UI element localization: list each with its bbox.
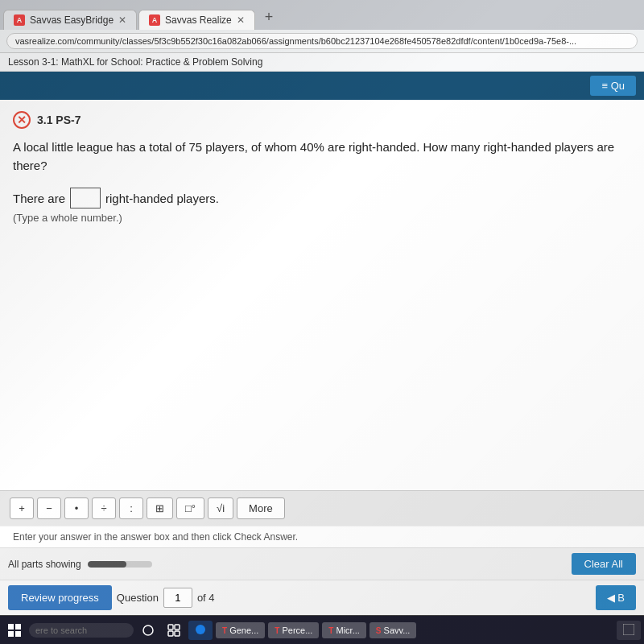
nav-bar: Review progress Question of 4 ◀ B xyxy=(0,580,644,615)
new-tab-button[interactable]: + xyxy=(257,5,282,30)
svg-rect-7 xyxy=(168,631,173,636)
question-header: ✕ 3.1 PS-7 xyxy=(13,111,631,129)
bottom-bar: All parts showing Clear All xyxy=(0,547,644,580)
question-label: 3.1 PS-7 xyxy=(37,114,80,126)
answer-line: There are right-handed players. xyxy=(13,188,631,208)
taskbar-app-micr[interactable]: T Micr... xyxy=(322,622,366,638)
math-toolbar: + − • ÷ : ⊞ □° √i More xyxy=(0,490,644,526)
math-btn-colon[interactable]: : xyxy=(119,497,143,519)
taskbar-task-view-icon[interactable] xyxy=(163,619,185,642)
tab-favicon-easybridge: A xyxy=(14,14,25,26)
address-bar: vasrealize.com/community/classes/5f3c9b5… xyxy=(0,30,644,53)
taskbar-app-edge[interactable] xyxy=(188,621,213,640)
review-progress-button[interactable]: Review progress xyxy=(8,585,112,610)
svg-rect-0 xyxy=(8,624,14,630)
svg-point-4 xyxy=(143,625,153,635)
hint-text: (Type a whole number.) xyxy=(13,212,631,224)
svg-rect-6 xyxy=(175,625,180,630)
tab-favicon-realize: A xyxy=(149,14,160,26)
breadcrumb-text: Lesson 3-1: MathXL for School: Practice … xyxy=(8,56,262,68)
taskbar-label-savv: Savv... xyxy=(384,625,411,635)
taskbar-app-perce[interactable]: T Perce... xyxy=(268,622,319,638)
math-btn-sqrt[interactable]: √i xyxy=(208,497,233,519)
main-content: ✕ 3.1 PS-7 A local little league has a t… xyxy=(0,100,644,490)
progress-bar-container xyxy=(88,561,152,568)
math-btn-more[interactable]: More xyxy=(237,497,285,519)
question-number-input[interactable] xyxy=(163,588,192,608)
tab-realize[interactable]: A Savvas Realize ✕ xyxy=(138,10,255,30)
tab-close-realize[interactable]: ✕ xyxy=(237,14,245,26)
tab-easybridge[interactable]: A Savvas EasyBridge ✕ xyxy=(3,10,137,30)
clear-all-button[interactable]: Clear All xyxy=(572,553,636,575)
svg-rect-2 xyxy=(8,631,14,637)
question-total: of 4 xyxy=(197,592,215,604)
progress-bar-fill xyxy=(88,561,126,568)
svg-rect-3 xyxy=(15,631,21,637)
answer-prefix: There are xyxy=(13,192,65,205)
footer-instruction: Enter your answer in the answer box and … xyxy=(13,531,631,543)
svg-rect-8 xyxy=(175,631,180,636)
back-button[interactable]: ◀ B xyxy=(596,585,636,610)
browser-chrome: A Savvas EasyBridge ✕ A Savvas Realize ✕… xyxy=(0,0,644,72)
question-nav: Question of 4 xyxy=(117,588,215,608)
math-btn-minus[interactable]: − xyxy=(37,497,61,519)
taskbar-app-savv[interactable]: S Savv... xyxy=(369,622,417,638)
svg-point-9 xyxy=(196,625,205,634)
footer-info: Enter your answer in the answer box and … xyxy=(0,526,644,547)
svg-rect-5 xyxy=(168,625,173,630)
parts-label: All parts showing xyxy=(8,559,81,570)
svg-rect-10 xyxy=(623,624,634,635)
taskbar-search-input[interactable] xyxy=(29,623,134,638)
question-nav-label: Question xyxy=(117,592,159,604)
address-input[interactable]: vasrealize.com/community/classes/5f3c9b5… xyxy=(6,33,638,49)
taskbar-label-gene: Gene... xyxy=(229,625,258,635)
math-btn-dot[interactable]: • xyxy=(64,497,89,519)
math-btn-super[interactable]: □° xyxy=(176,497,204,519)
tab-label-realize: Savvas Realize xyxy=(165,14,232,26)
tab-label-easybridge: Savvas EasyBridge xyxy=(30,14,114,26)
answer-input[interactable] xyxy=(70,188,101,208)
menu-button[interactable]: ≡ Qu xyxy=(590,76,636,96)
answer-suffix: right-handed players. xyxy=(105,192,219,205)
taskbar-label-micr: Micr... xyxy=(336,625,360,635)
top-nav: ≡ Qu xyxy=(0,72,644,100)
breadcrumb: Lesson 3-1: MathXL for School: Practice … xyxy=(0,53,644,72)
page-content: ≡ Qu ✕ 3.1 PS-7 A local little league ha… xyxy=(0,72,644,615)
taskbar-show-desktop[interactable] xyxy=(617,621,641,640)
error-icon: ✕ xyxy=(13,111,31,129)
tab-close-easybridge[interactable]: ✕ xyxy=(118,14,126,26)
math-btn-divide[interactable]: ÷ xyxy=(92,497,116,519)
question-text: A local little league has a total of 75 … xyxy=(13,138,631,175)
taskbar-app-gene[interactable]: T Gene... xyxy=(216,622,265,638)
math-btn-plus[interactable]: + xyxy=(10,497,34,519)
svg-rect-1 xyxy=(15,624,21,630)
taskbar-cortana-icon[interactable] xyxy=(137,619,159,642)
taskbar-label-perce: Perce... xyxy=(282,625,312,635)
math-btn-grid[interactable]: ⊞ xyxy=(147,497,173,519)
tab-bar: A Savvas EasyBridge ✕ A Savvas Realize ✕… xyxy=(0,0,644,30)
taskbar: T Gene... T Perce... T Micr... S Savv... xyxy=(0,615,644,644)
taskbar-windows-icon[interactable] xyxy=(3,619,26,642)
